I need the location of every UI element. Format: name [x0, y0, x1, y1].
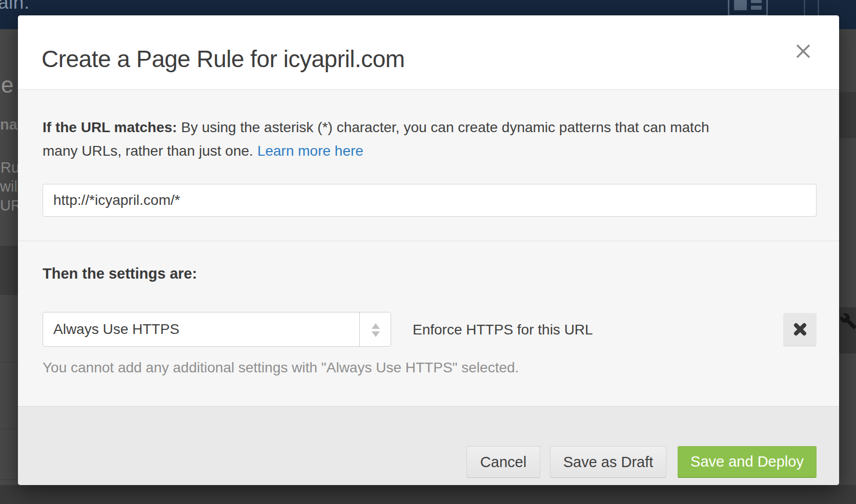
- partial-bold-text: nav: [0, 116, 18, 133]
- url-pattern-input[interactable]: [43, 184, 817, 217]
- chevron-up-icon: [372, 323, 380, 329]
- x-remove-icon: [792, 322, 808, 337]
- partial-heading-text: e: [1, 72, 13, 98]
- setting-description: Enforce HTTPS for this URL: [413, 322, 593, 338]
- close-button[interactable]: [791, 40, 815, 64]
- dimmed-page-right-edge: [839, 29, 856, 485]
- modal-header: Create a Page Rule for icyapril.com: [18, 15, 839, 90]
- cancel-button[interactable]: Cancel: [466, 446, 540, 478]
- url-match-description-line1: By using the asterisk (*) character, you…: [181, 119, 709, 135]
- select-spinner[interactable]: [359, 312, 391, 346]
- chevron-down-icon: [372, 331, 380, 337]
- modal-footer: Cancel Save as Draft Save and Deploy: [18, 406, 839, 485]
- dimmed-page-left-edge: e nav Ru will UR: [0, 29, 18, 485]
- modal-title: Create a Page Rule for icyapril.com: [42, 45, 405, 73]
- wrench-icon: [840, 312, 856, 330]
- navbar-partial-text: ain.: [0, 0, 30, 13]
- partial-text-line: will: [0, 178, 18, 195]
- setting-select[interactable]: Always Use HTTPS: [43, 312, 391, 347]
- settings-heading: Then the settings are:: [43, 265, 197, 282]
- url-match-label: If the URL matches:: [43, 119, 177, 135]
- layout-cards-icon: [728, 0, 768, 16]
- remove-setting-button[interactable]: [783, 313, 817, 346]
- partial-text-line: UR: [0, 197, 18, 214]
- dimmed-page-bottom-edge: [0, 485, 856, 504]
- url-match-paragraph: If the URL matches: By using the asteris…: [43, 116, 709, 163]
- section-divider: [18, 241, 839, 241]
- url-match-description-line2: many URLs, rather than just one.: [43, 143, 253, 159]
- save-and-deploy-button[interactable]: Save and Deploy: [678, 446, 817, 478]
- table-header-fragment: [0, 246, 18, 295]
- close-icon: [794, 43, 812, 60]
- learn-more-link[interactable]: Learn more here: [257, 143, 363, 159]
- partial-text-line: Ru: [1, 159, 18, 176]
- create-page-rule-modal: Create a Page Rule for icyapril.com If t…: [18, 15, 839, 485]
- save-as-draft-button[interactable]: Save as Draft: [550, 446, 666, 478]
- settings-note: You cannot add any additional settings w…: [43, 360, 519, 376]
- setting-select-value: Always Use HTTPS: [53, 312, 179, 346]
